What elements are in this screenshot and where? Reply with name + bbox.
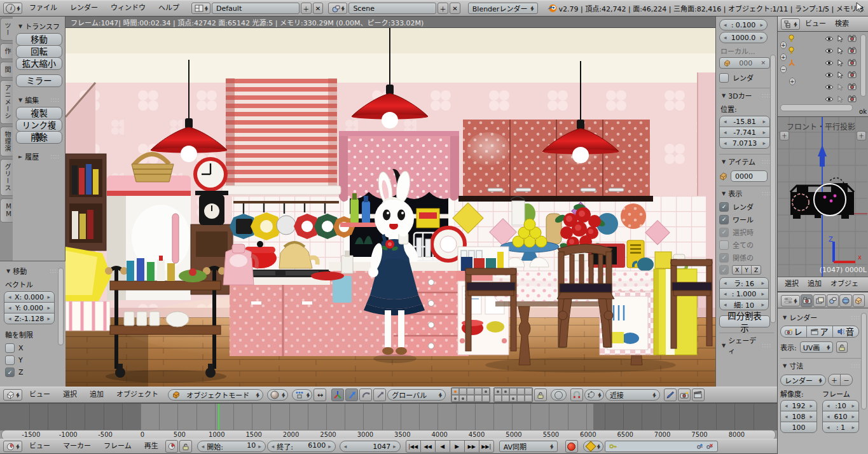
outliner-menu-search[interactable]: 検索 xyxy=(831,17,853,32)
panel-history-header[interactable]: ► 履歴 :::: xyxy=(16,149,62,163)
lock-camera-object-field[interactable]: 000 ✕ xyxy=(719,57,770,69)
expand-icon[interactable]: + xyxy=(780,41,787,49)
panel-render[interactable]: ▼レンダー:::: xyxy=(780,310,863,324)
frame-step-field[interactable]: ◂: 1▸ xyxy=(822,422,859,433)
renderable-camera-icon[interactable] xyxy=(848,59,859,66)
display-world-row[interactable]: ✓ワール xyxy=(719,213,774,226)
tl-menu-view[interactable]: ビュー xyxy=(24,439,56,454)
axis-z-row[interactable]: ✓Z xyxy=(4,366,62,378)
update-clock-toggle[interactable] xyxy=(165,440,178,453)
tab-create[interactable]: 作 xyxy=(0,43,13,59)
layer-toggle[interactable] xyxy=(494,395,502,402)
move-z-field[interactable]: ◂ Z:-1.128 ▸ xyxy=(4,313,55,324)
layer-toggle[interactable] xyxy=(517,388,525,395)
tl-menu-marker[interactable]: マーカー xyxy=(57,439,97,454)
tab-world[interactable] xyxy=(839,294,851,307)
viewport-secondary-scene[interactable]: Z x xyxy=(778,117,867,277)
tab-physics[interactable]: 物理演 xyxy=(0,127,13,156)
panel-display-header[interactable]: ▼表示:::: xyxy=(719,186,774,200)
screen-layout-icon-button[interactable]: ▲▼ xyxy=(191,3,210,14)
layer-toggle[interactable] xyxy=(451,388,459,395)
translate-button[interactable]: 移動 xyxy=(16,33,62,46)
outliner-row[interactable]: + xyxy=(778,32,859,45)
layer-toggle[interactable] xyxy=(502,388,509,395)
expand-icon[interactable]: + xyxy=(789,78,796,85)
editor-type-outliner-button[interactable]: ▲▼ xyxy=(781,18,800,30)
keying-set-select[interactable]: ▲▼ xyxy=(583,441,604,452)
visibility-eye-icon[interactable] xyxy=(825,84,836,90)
renderable-camera-icon[interactable] xyxy=(848,95,859,102)
grid-subdiv-field[interactable]: ◂細: 10▸ xyxy=(719,299,769,310)
visibility-eye-icon[interactable] xyxy=(825,96,836,102)
display-render-row[interactable]: ✓レンダ xyxy=(719,200,774,213)
outliner-row[interactable]: − xyxy=(778,57,859,69)
roller-blind[interactable] xyxy=(222,78,341,195)
renderable-camera-icon[interactable] xyxy=(848,47,859,54)
panel-shading-header[interactable]: ▼シェーディ:::: xyxy=(719,333,774,357)
render-audio-button[interactable]: 音 xyxy=(832,326,859,338)
mirror-button[interactable]: ミラー xyxy=(16,74,62,87)
cursor-y-field[interactable]: ◂-7.741▸ xyxy=(719,127,770,138)
viewport-3d-scene[interactable] xyxy=(65,28,715,387)
close-layout-button[interactable]: ✕ xyxy=(313,3,324,14)
vp-menu-view[interactable]: ビュー xyxy=(24,387,56,402)
display-origins-row[interactable]: 全ての xyxy=(719,238,774,251)
snap-target-select[interactable]: 近接 ▲▼ xyxy=(605,389,660,401)
pivot-select[interactable]: ▲▼ xyxy=(292,389,313,401)
res-x-field[interactable]: ◂192▸ xyxy=(780,400,817,411)
play-button[interactable]: ▶ xyxy=(450,440,465,453)
add-scene-button[interactable]: ＋ xyxy=(437,3,448,14)
properties-scrollbar[interactable] xyxy=(861,313,867,409)
axis-x-row[interactable]: X xyxy=(4,342,62,354)
jump-end-button[interactable]: ▶▶| xyxy=(479,440,494,453)
render-preset-select[interactable]: レンダー▲▼ xyxy=(780,375,826,386)
axis-x-checkbox[interactable] xyxy=(5,343,15,353)
axis-x-button[interactable]: X xyxy=(732,265,742,275)
clear-object-icon[interactable]: ✕ xyxy=(761,60,766,66)
panel-edit-header[interactable]: ▼ 編集 :::: xyxy=(16,93,62,107)
panel-transform-header[interactable]: ▼ トランスフ xyxy=(16,19,62,33)
menu-file[interactable]: ファイル xyxy=(24,1,63,16)
layers-widget[interactable] xyxy=(451,387,533,402)
layer-toggle[interactable] xyxy=(474,395,482,402)
outliner-menu-view[interactable]: ビュー xyxy=(801,17,830,32)
axis-z-checkbox[interactable]: ✓ xyxy=(5,368,15,377)
lock-interface-button[interactable] xyxy=(836,341,848,353)
render-still-button[interactable]: レ xyxy=(780,326,807,338)
manipulator-scale-button[interactable] xyxy=(373,389,386,401)
scale-button[interactable]: 拡大縮小 xyxy=(16,57,62,70)
layer-toggle[interactable] xyxy=(509,395,517,402)
selectable-cursor-icon[interactable] xyxy=(837,95,846,103)
screen-layout-select[interactable]: Default xyxy=(212,3,300,14)
vp-menu-add[interactable]: 追加 xyxy=(84,387,109,402)
renderable-camera-icon[interactable] xyxy=(848,71,859,78)
move-x-field[interactable]: ◂ X: 0.000 ▸ xyxy=(4,291,55,303)
current-frame-line[interactable] xyxy=(218,404,219,430)
axis-z-button[interactable]: Z xyxy=(751,265,761,275)
tab-tools[interactable]: ツー xyxy=(0,18,13,41)
layer-toggle[interactable] xyxy=(502,395,509,402)
tab-mm[interactable]: MM xyxy=(0,198,13,223)
display-mode-select[interactable]: UV画▲▼ xyxy=(800,341,833,353)
wall-clock[interactable] xyxy=(193,157,228,191)
tab-grease-pencil[interactable]: グリース xyxy=(0,159,13,196)
panel-dimensions[interactable]: ▼寸法:::: xyxy=(780,358,863,373)
shading-select[interactable]: ▲▼ xyxy=(267,389,288,401)
visibility-eye-icon[interactable] xyxy=(825,48,836,54)
outliner-vscrollbar[interactable] xyxy=(860,34,866,97)
cursor-z-field[interactable]: ◂7.0713▸ xyxy=(719,137,770,149)
layer-toggle[interactable] xyxy=(451,395,459,402)
preset-remove-button[interactable]: － xyxy=(840,374,853,386)
delete-key-icon[interactable] xyxy=(705,443,713,451)
tl-menu-frame[interactable]: フレーム xyxy=(98,439,137,454)
menu-window[interactable]: ウィンドウ xyxy=(105,1,151,16)
timeline-canvas[interactable] xyxy=(0,403,777,430)
scene-icon-button[interactable]: ▲▼ xyxy=(328,3,347,14)
tab-render[interactable] xyxy=(801,294,813,307)
layer-toggle[interactable] xyxy=(482,395,490,402)
current-frame-input[interactable]: ◂ 1047 ▸ xyxy=(340,441,401,452)
duplicate-button[interactable]: 複製 xyxy=(16,107,62,120)
layer-toggle[interactable] xyxy=(494,388,502,395)
vp-menu-select[interactable]: 選択 xyxy=(57,387,83,402)
close-scene-button[interactable]: ✕ xyxy=(450,3,460,14)
